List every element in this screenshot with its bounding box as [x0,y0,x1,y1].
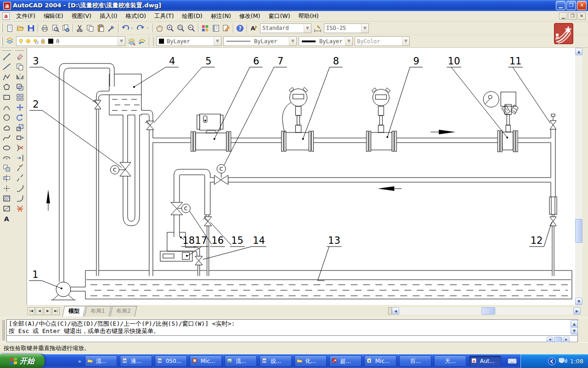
preview-icon[interactable] [50,23,61,34]
restore-button[interactable]: ❐ [566,1,576,10]
chevron-down-icon[interactable]: ▼ [304,24,311,33]
pan-icon[interactable] [154,23,165,34]
extend-icon[interactable] [13,153,26,163]
earc-icon[interactable] [0,153,13,163]
toolbar-grip[interactable] [152,37,153,46]
command-grip[interactable] [2,320,5,340]
chevron-down-icon[interactable]: ▼ [118,37,125,46]
match-icon[interactable] [106,23,117,34]
rotate-icon[interactable] [13,112,26,122]
tab-布局2[interactable]: 布局2 [110,306,137,316]
trim-icon[interactable] [13,143,26,153]
mdi-close-button[interactable]: ✕ [577,12,586,20]
array-icon[interactable] [13,92,26,102]
menu-插入I[interactable]: 插入(I) [96,11,121,22]
zoomprev-icon[interactable] [186,23,197,34]
chevron-down-icon[interactable]: ▼ [361,24,368,33]
toolbar-grip[interactable] [15,49,24,51]
circle-icon[interactable] [0,112,13,122]
tab-布局1[interactable]: 布局1 [85,306,112,316]
text-style-combo[interactable]: Standard▼ [260,23,311,33]
splitter-handle[interactable] [388,307,392,315]
dd-icon[interactable] [146,23,151,34]
taskbar-button[interactable]: W050... [155,356,187,367]
close-button[interactable]: ✕ [577,1,587,10]
menu-标注N[interactable]: 标注(N) [207,11,235,22]
taskbar-button[interactable]: 流... [225,356,257,367]
language-keyboard-icon[interactable] [508,357,517,365]
scroll-up-icon[interactable]: ▲ [571,320,578,328]
palettes-icon[interactable] [210,23,221,34]
point-icon[interactable] [0,183,13,193]
drawing-canvas[interactable]: 123456789101112131415161718CCC [27,48,575,305]
hatch-icon[interactable] [0,193,13,203]
copyobj-icon[interactable] [13,62,26,72]
menu-视图V[interactable]: 视图(V) [68,11,96,22]
menu-窗口W[interactable]: 窗口(W) [264,11,294,22]
print-icon[interactable] [40,23,50,34]
menu-编辑E[interactable]: 编辑(E) [40,11,68,22]
chevron-down-icon[interactable]: ▼ [289,37,296,46]
menu-文件F[interactable]: 文件(F) [12,11,40,22]
help-icon[interactable]: ? [235,23,245,34]
taskbar-button[interactable]: XMic... [364,356,396,367]
horizontal-scrollbar[interactable]: ◀ ▶ [392,307,581,315]
color-combo[interactable]: ByLayer▼ [156,36,221,46]
offset-icon[interactable] [13,82,26,92]
command-history[interactable]: [全部(A)/中心点(C)/动态(D)/范围(E)/上一个(P)/比例(S)/窗… [6,319,578,336]
undo-icon[interactable] [120,23,130,34]
volume-monitor-icon[interactable] [559,357,567,365]
mdi-minimize-button[interactable]: ▁ [559,12,567,20]
dim-style-combo[interactable]: ISO-25▼ [324,23,369,33]
copy-icon[interactable] [85,23,96,34]
stretch-icon[interactable] [13,132,26,143]
menu-工具T[interactable]: 工具(T) [150,11,178,22]
toolbar-grip[interactable] [1,37,3,46]
taskbar-button[interactable]: 百... [399,356,431,367]
chevron-down-icon[interactable]: ▼ [402,37,409,46]
tab-first-icon[interactable]: |◀ [28,307,35,315]
command-window[interactable]: [全部(A)/中心点(C)/动态(D)/范围(E)/上一个(P)/比例(S)/窗… [0,317,588,342]
revcloud-icon[interactable] [0,122,13,132]
break-icon[interactable] [13,173,26,183]
zoomrt-icon[interactable] [165,23,175,34]
bulb-icon[interactable] [18,38,24,44]
line-icon[interactable] [0,52,13,62]
sun-icon[interactable] [25,38,31,44]
taskbar-button[interactable]: W液... [120,356,152,367]
redo-icon[interactable] [136,23,146,34]
new-icon[interactable] [5,23,15,34]
ellipse-icon[interactable] [0,143,13,153]
toolbar-grip[interactable] [2,49,11,51]
taskbar-button[interactable]: 流... [85,356,117,367]
publish-icon[interactable] [61,23,71,34]
scroll-down-icon[interactable]: ▼ [571,327,578,334]
xline-icon[interactable] [0,62,13,72]
chamfer-icon[interactable] [13,183,26,193]
ie-icon[interactable] [57,357,65,365]
taskbar-button[interactable]: Mic... [190,356,222,367]
clock[interactable]: 1:08 [570,358,583,365]
tab-next-icon[interactable]: ▶ [44,307,51,315]
layer-color-swatch[interactable] [48,39,53,44]
dwg-file-icon[interactable]: a [2,12,10,20]
save-icon[interactable] [26,23,36,34]
tab-模型[interactable]: 模型 [62,306,86,316]
scrollbar-thumb[interactable] [481,307,495,315]
lock-icon[interactable] [40,38,46,44]
insblock-icon[interactable] [0,163,13,173]
erase-icon[interactable] [13,52,26,62]
plot-style-combo[interactable]: ByColor▼ [355,36,410,46]
props-icon[interactable] [221,23,232,34]
media-icon[interactable] [67,357,74,365]
rectangle-icon[interactable] [0,92,13,102]
tab-last-icon[interactable]: ▶| [52,307,60,315]
toolbar-grip[interactable] [1,23,3,33]
vertical-scrollbar[interactable]: ▲ ▼ [575,48,582,305]
dim-style-icon[interactable] [312,23,323,34]
scale-icon[interactable] [13,122,26,132]
scroll-right-icon[interactable]: ▶ [573,307,581,315]
breakpt-icon[interactable] [13,163,26,173]
desktop-icon[interactable] [47,357,55,365]
scrollbar-thumb[interactable] [575,219,582,243]
